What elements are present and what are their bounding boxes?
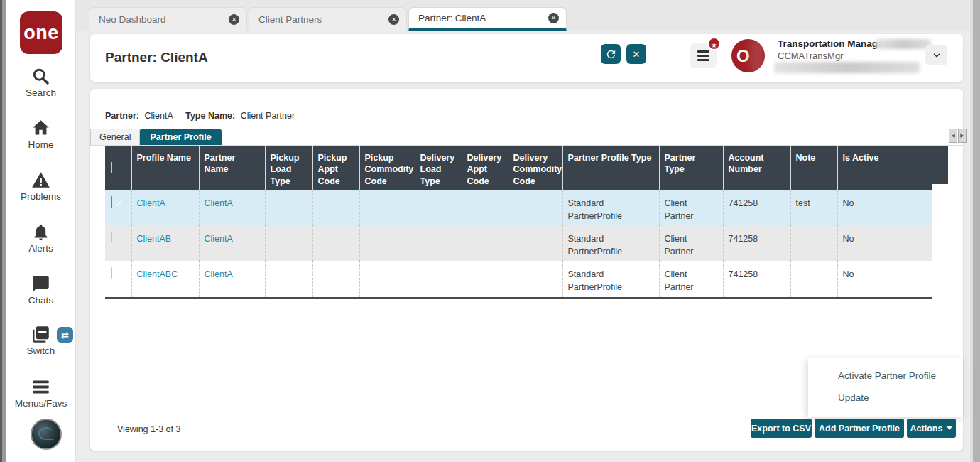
sidebar-label: Problems [21, 191, 61, 202]
cell [508, 225, 562, 261]
cell-account-number: 741258 [723, 225, 790, 261]
column-header[interactable]: Profile Name [131, 146, 199, 190]
menu-item-activate-partner-profile[interactable]: Activate Partner Profile [808, 365, 963, 387]
page-scrollbar[interactable] [973, 0, 980, 462]
grid-scroll-left-button[interactable]: ◀ [949, 129, 957, 143]
row-checkbox-cell [105, 225, 131, 261]
menu-item-update[interactable]: Update [808, 387, 963, 409]
column-header[interactable]: Delivery Appt Code [462, 146, 508, 190]
column-header[interactable]: Pickup Load Type [265, 146, 312, 190]
cell [265, 261, 312, 297]
tab-label: Partner: ClientA [418, 13, 548, 23]
chevron-down-icon [932, 50, 942, 60]
privacy-blur [774, 62, 920, 73]
column-header[interactable]: Note [790, 146, 837, 190]
column-header[interactable]: Account Number [723, 146, 790, 190]
cell-is-active: No [837, 225, 932, 261]
actions-button[interactable]: Actions [907, 419, 956, 438]
column-header[interactable]: Partner Type [659, 146, 723, 190]
profile-name-link[interactable]: ClientABC [137, 269, 178, 279]
grid-scroll-right-button[interactable]: ▶ [958, 129, 967, 143]
tab-neo-dashboard[interactable]: Neo Dashboard [89, 7, 247, 31]
refresh-icon [605, 48, 617, 60]
refresh-button[interactable] [601, 44, 621, 64]
tab-label: Neo Dashboard [99, 14, 229, 25]
cell [359, 261, 415, 297]
cell [462, 261, 508, 297]
column-header[interactable]: Partner Name [199, 146, 265, 190]
cell [359, 190, 415, 225]
sidebar-item-home[interactable]: Home [6, 119, 76, 150]
sidebar-label: Chats [28, 295, 53, 306]
cell-account-number: 741258 [723, 261, 790, 297]
workspace-tabstrip: Neo Dashboard Client Partners Partner: C… [76, 0, 980, 31]
tab-close-icon[interactable] [388, 14, 399, 25]
tab-partner-clienta[interactable]: Partner: ClientA [408, 7, 567, 31]
partner-name-link[interactable]: ClientA [205, 198, 233, 208]
row-checkbox[interactable] [111, 267, 112, 279]
column-header[interactable]: Pickup Commodity Code [359, 146, 415, 190]
column-header[interactable]: Partner Profile Type [562, 146, 659, 190]
cell [265, 190, 312, 225]
tab-partner-profile[interactable]: Partner Profile [140, 129, 221, 145]
partner-name-link[interactable]: ClientA [205, 234, 233, 244]
viewing-status: Viewing 1-3 of 3 [117, 424, 180, 434]
add-partner-profile-button[interactable]: Add Partner Profile [815, 419, 904, 438]
user-dropdown-button[interactable] [925, 45, 947, 65]
close-page-button[interactable]: ✕ [626, 44, 646, 64]
user-avatar[interactable]: O [731, 39, 765, 72]
sidebar-item-alerts[interactable]: Alerts [6, 222, 76, 254]
column-header[interactable]: Delivery Commodity Code [508, 146, 562, 190]
user-role: CCMATransMgr [778, 50, 843, 61]
table-row[interactable]: ClientAB ClientA Standard PartnerProfile… [105, 225, 932, 261]
row-checkbox[interactable] [111, 196, 112, 208]
sidebar-item-problems[interactable]: Problems [6, 171, 76, 202]
cell [312, 261, 359, 297]
one-logo[interactable]: one [20, 11, 62, 54]
page-title: Partner: ClientA [105, 50, 208, 65]
cell-partner-type: Client Partner [659, 261, 723, 297]
cell-partner-name: ClientA [199, 261, 265, 297]
window-edge-strip [0, 0, 6, 462]
cell-partner-type: Client Partner [659, 190, 723, 225]
chat-icon [31, 274, 50, 294]
cell-note [790, 225, 837, 261]
cell [265, 225, 312, 261]
warning-icon [31, 171, 50, 190]
switch-icon [31, 325, 50, 344]
caret-down-icon [947, 426, 952, 430]
tab-general[interactable]: General [90, 129, 140, 145]
cell-profile-name: ClientABC [131, 261, 199, 297]
grid-header-row: Profile Name Partner Name Pickup Load Ty… [105, 146, 932, 190]
hamburger-icon [697, 50, 709, 53]
sidebar-label: Menus/Favs [15, 398, 67, 409]
sidebar-item-chats[interactable]: Chats [6, 274, 76, 306]
column-header[interactable]: Delivery Load Type [415, 146, 462, 190]
cell-note: test [790, 190, 837, 225]
sidebar-item-search[interactable]: Search [6, 67, 76, 98]
column-header[interactable]: Pickup Appt Code [312, 146, 359, 190]
row-checkbox[interactable] [111, 232, 112, 243]
row-checkbox-cell [105, 190, 131, 225]
export-to-csv-button[interactable]: Export to CSV [751, 419, 812, 438]
profile-name-link[interactable]: ClientA [137, 198, 165, 208]
profile-name-link[interactable]: ClientAB [137, 234, 172, 244]
sidebar-label: Home [28, 139, 53, 150]
sidebar-avatar[interactable] [31, 419, 62, 450]
table-row[interactable]: ClientABC ClientA Standard PartnerProfil… [105, 261, 932, 297]
switch-context-badge[interactable]: ⇄ [57, 327, 73, 343]
column-header[interactable]: Is Active [837, 146, 932, 190]
cell-partner-name: ClientA [199, 190, 265, 225]
tab-close-icon[interactable] [229, 14, 239, 25]
sidebar-label: Switch [27, 345, 55, 356]
cell [312, 190, 359, 225]
tab-client-partners[interactable]: Client Partners [249, 7, 407, 31]
select-all-checkbox[interactable] [111, 162, 112, 173]
sidebar-label: Search [26, 87, 56, 98]
partner-name-link[interactable]: ClientA [205, 269, 233, 279]
table-row[interactable]: ClientA ClientA Standard PartnerProfile … [105, 190, 932, 225]
partner-profile-grid: Profile Name Partner Name Pickup Load Ty… [105, 146, 932, 299]
sidebar: one Search Home Problems Alerts Chats [6, 0, 76, 462]
tab-close-icon[interactable] [548, 13, 559, 23]
sidebar-item-menus-favs[interactable]: Menus/Favs [6, 377, 76, 409]
